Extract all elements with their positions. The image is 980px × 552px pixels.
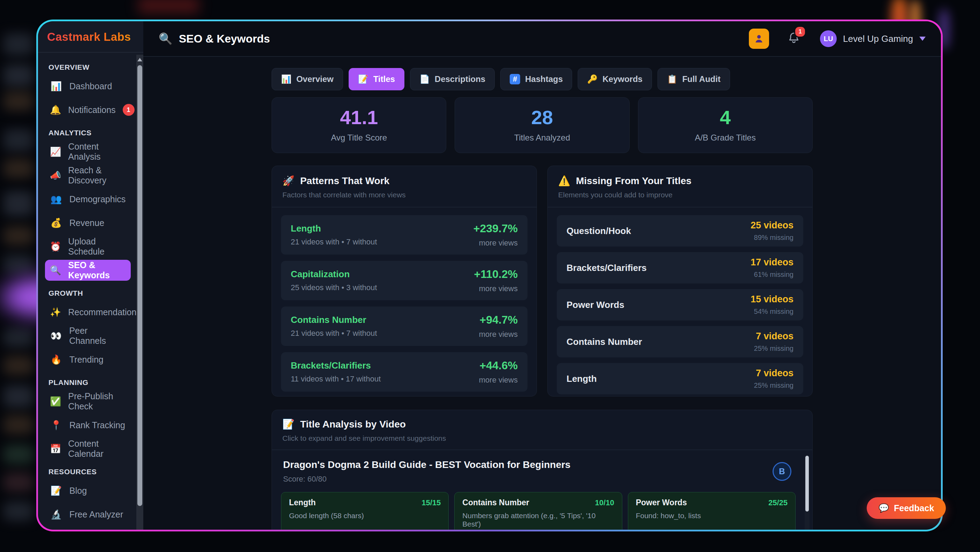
tab[interactable]: 📝 Titles [348,68,404,90]
page-title-text: SEO & Keywords [179,32,270,45]
sidebar-item[interactable]: 🔬 Free Analyzer [45,504,131,525]
score-chip: Contains Number 10/10 Numbers grab atten… [454,492,622,530]
missing-percent: 54% missing [751,307,794,316]
backdrop-blob [3,385,33,408]
pattern-name: Capitalization [291,269,377,280]
tab[interactable]: 🔑 Keywords [578,68,652,90]
sidebar-item-label: Notifications [68,105,115,115]
tab-label: Overview [296,74,334,84]
insight-panels: 🚀 Patterns That Work Factors that correl… [272,165,813,396]
sidebar-item[interactable]: 👥 Demographics [45,189,131,210]
pattern-uplift: +94.7% [479,313,518,326]
missing-row: Power Words 15 videos 54% missing [557,289,803,320]
missing-row: Contains Number 7 videos 25% missing [557,326,803,358]
stat-value: 28 [531,108,553,127]
pattern-detail: 21 videos with • 7 without [291,329,377,338]
sidebar-item[interactable]: 📊 Dashboard [45,76,131,97]
sidebar-item-label: Peer Channels [69,326,126,346]
pattern-uplift: +239.7% [473,222,518,235]
backdrop-blob [3,226,33,245]
tab-icon: # [510,74,520,84]
sidebar-item[interactable]: 💰 Revenue [45,212,131,233]
video-row[interactable]: Dragon's Dogma 2 Build Guide - BEST Voca… [281,457,795,484]
bell-count-badge: 1 [794,26,806,38]
sidebar-item-label: Dashboard [69,81,112,91]
missing-panel-title: ⚠️ Missing From Your Titles [558,175,802,186]
pattern-row: Capitalization 25 videos with • 3 withou… [281,261,528,300]
missing-percent: 25% missing [754,345,794,353]
sidebar-item-icon: 💰 [50,218,62,228]
brand-logo: Castmark Labs [38,21,143,52]
account-button[interactable] [749,29,769,49]
sidebar-item-icon: 🔥 [50,354,62,365]
sidebar-item[interactable]: 📍 Rank Tracking [45,415,131,436]
sidebar-item-label: Free Analyzer [69,509,123,520]
sidebar-section: PLANNING ✅ Pre-Publish Check 📍 [45,379,131,459]
pattern-name: Contains Number [291,315,377,325]
pattern-name: Length [291,223,377,234]
sidebar-item-label: Reach & Discovery [68,165,126,186]
video-list-scrollbar[interactable] [805,455,810,530]
tab-icon: 📋 [667,74,678,84]
sidebar-item-label: Demographics [69,194,126,204]
sidebar-item[interactable]: ✨ Recommendations [45,302,131,323]
sidebar-item[interactable]: 🔥 Trending [45,349,131,370]
sidebar-item-icon: 🔔 [50,105,61,115]
speech-balloon-icon: 💬 [878,503,889,513]
tab-label: Full Audit [682,74,721,84]
tab[interactable]: 📊 Overview [272,68,343,90]
sidebar-item[interactable]: 📅 Content Calendar [45,438,131,459]
patterns-panel-title: 🚀 Patterns That Work [282,175,526,186]
pattern-row: Length 21 videos with • 7 without +239.7… [281,215,528,255]
sidebar-item[interactable]: 👀 Peer Channels [45,325,131,346]
pattern-name: Brackets/Clarifiers [291,360,381,371]
sidebar-item[interactable]: ⏰ Upload Schedule [45,236,131,257]
stat-label: A/B Grade Titles [695,133,756,143]
chip-score: 15/15 [422,498,441,507]
sidebar-scrollbar[interactable] [136,55,143,530]
scroll-up-arrow-icon[interactable] [137,58,142,61]
sidebar-item[interactable]: 📣 Reach & Discovery [45,165,131,186]
chevron-down-icon[interactable] [920,37,926,41]
backdrop-blob [3,65,33,87]
sidebar-scrollbar-thumb[interactable] [137,65,142,506]
grade-badge: B [773,462,791,481]
missing-count: 25 videos [751,220,794,231]
missing-name: Question/Hook [566,226,631,236]
tab[interactable]: 📄 Descriptions [410,68,495,90]
pattern-uplift-label: more views [473,239,518,248]
missing-count: 17 videos [751,257,794,268]
page-title: 🔍 SEO & Keywords [159,32,270,45]
backdrop-blob [3,129,33,151]
video-scrollbar-thumb[interactable] [805,456,809,512]
notifications-button[interactable]: 1 [787,31,800,46]
tab[interactable]: 📋 Full Audit [657,68,730,90]
tab[interactable]: # Hashtags [500,68,572,90]
backdrop-blob [3,472,33,492]
avatar[interactable]: LU [820,30,837,47]
sidebar-item-icon: 📊 [50,81,62,92]
sidebar-item[interactable]: 🔔 Notifications 1 [45,99,131,120]
sidebar-item-label: SEO & Keywords [68,260,126,280]
patterns-panel-header: 🚀 Patterns That Work Factors that correl… [272,166,536,207]
backdrop-blob [3,191,33,216]
person-icon [753,33,765,45]
feedback-button[interactable]: 💬 Feedback [867,497,946,519]
tab-icon: 🔑 [587,74,598,84]
sidebar-section: OVERVIEW 📊 Dashboard 🔔 [45,63,131,120]
pattern-uplift-label: more views [474,284,518,293]
missing-percent: 61% missing [751,270,794,278]
missing-panel-subtitle: Elements you could add to improve [558,191,802,199]
tab-label: Keywords [603,74,643,84]
notification-count-badge: 1 [123,104,135,116]
screen: Castmark Labs OVERVIEW 📊 Dashboard [0,0,980,552]
sidebar-item[interactable]: ✅ Pre-Publish Check [45,391,131,412]
sidebar-item[interactable]: 📈 Content Analysis [45,141,131,162]
backdrop-blob [3,91,33,111]
tab-label: Descriptions [435,74,485,84]
user-name[interactable]: Level Up Gaming [843,33,913,44]
sidebar-item[interactable]: 🔍 SEO & Keywords [45,260,131,281]
chip-name: Contains Number [462,498,529,507]
missing-percent: 89% missing [751,234,794,242]
sidebar-item[interactable]: 📝 Blog [45,480,131,501]
